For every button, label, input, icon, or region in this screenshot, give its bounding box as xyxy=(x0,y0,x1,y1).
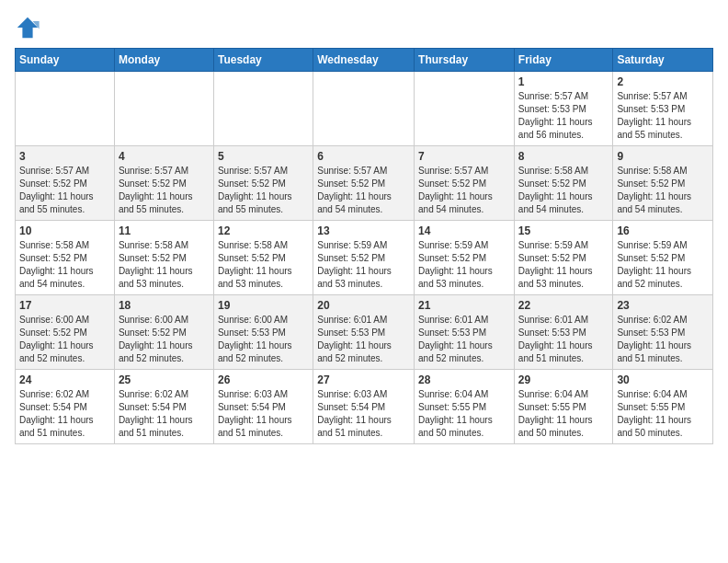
page: SundayMondayTuesdayWednesdayThursdayFrid… xyxy=(0,0,728,454)
calendar-empty xyxy=(313,72,415,146)
calendar-table: SundayMondayTuesdayWednesdayThursdayFrid… xyxy=(15,48,713,444)
day-info: Sunrise: 6:00 AM Sunset: 5:52 PM Dayligh… xyxy=(19,314,110,365)
day-info: Sunrise: 6:02 AM Sunset: 5:53 PM Dayligh… xyxy=(617,314,709,365)
calendar-empty xyxy=(16,72,115,146)
day-info: Sunrise: 5:57 AM Sunset: 5:52 PM Dayligh… xyxy=(119,165,210,216)
day-info: Sunrise: 6:02 AM Sunset: 5:54 PM Dayligh… xyxy=(19,388,110,440)
calendar-day-30: 30Sunrise: 6:04 AM Sunset: 5:55 PM Dayli… xyxy=(613,370,713,444)
day-number: 13 xyxy=(317,224,410,237)
day-info: Sunrise: 6:03 AM Sunset: 5:54 PM Dayligh… xyxy=(317,388,410,440)
day-info: Sunrise: 5:58 AM Sunset: 5:52 PM Dayligh… xyxy=(617,165,709,216)
day-info: Sunrise: 5:58 AM Sunset: 5:52 PM Dayligh… xyxy=(19,239,110,291)
calendar-day-9: 9Sunrise: 5:58 AM Sunset: 5:52 PM Daylig… xyxy=(613,146,713,221)
calendar-day-4: 4Sunrise: 5:57 AM Sunset: 5:52 PM Daylig… xyxy=(114,146,213,221)
calendar-day-5: 5Sunrise: 5:57 AM Sunset: 5:52 PM Daylig… xyxy=(213,146,313,221)
calendar-empty xyxy=(213,72,313,146)
calendar-day-17: 17Sunrise: 6:00 AM Sunset: 5:52 PM Dayli… xyxy=(16,295,115,370)
calendar-body: 1Sunrise: 5:57 AM Sunset: 5:53 PM Daylig… xyxy=(16,72,713,444)
day-number: 6 xyxy=(317,150,410,163)
day-info: Sunrise: 6:00 AM Sunset: 5:53 PM Dayligh… xyxy=(218,314,309,365)
calendar-day-20: 20Sunrise: 6:01 AM Sunset: 5:53 PM Dayli… xyxy=(313,295,415,370)
calendar-day-19: 19Sunrise: 6:00 AM Sunset: 5:53 PM Dayli… xyxy=(213,295,313,370)
weekday-header-tuesday: Tuesday xyxy=(213,49,313,72)
day-info: Sunrise: 5:57 AM Sunset: 5:53 PM Dayligh… xyxy=(617,90,709,142)
day-number: 3 xyxy=(19,150,110,163)
day-info: Sunrise: 5:57 AM Sunset: 5:52 PM Dayligh… xyxy=(218,165,309,216)
day-number: 25 xyxy=(119,373,210,386)
calendar-day-22: 22Sunrise: 6:01 AM Sunset: 5:53 PM Dayli… xyxy=(514,295,613,370)
day-number: 28 xyxy=(418,373,510,386)
day-number: 23 xyxy=(617,299,709,312)
day-info: Sunrise: 6:00 AM Sunset: 5:52 PM Dayligh… xyxy=(119,314,210,365)
day-number: 24 xyxy=(19,373,110,386)
calendar-day-24: 24Sunrise: 6:02 AM Sunset: 5:54 PM Dayli… xyxy=(16,370,115,444)
weekday-header-saturday: Saturday xyxy=(613,49,713,72)
day-number: 9 xyxy=(617,150,709,163)
calendar-week-row: 10Sunrise: 5:58 AM Sunset: 5:52 PM Dayli… xyxy=(16,221,713,295)
day-info: Sunrise: 5:58 AM Sunset: 5:52 PM Dayligh… xyxy=(518,165,609,216)
calendar-day-10: 10Sunrise: 5:58 AM Sunset: 5:52 PM Dayli… xyxy=(16,221,115,295)
weekday-row: SundayMondayTuesdayWednesdayThursdayFrid… xyxy=(16,49,713,72)
day-number: 30 xyxy=(617,373,709,386)
day-number: 10 xyxy=(19,224,110,237)
day-number: 27 xyxy=(317,373,410,386)
calendar-day-13: 13Sunrise: 5:59 AM Sunset: 5:52 PM Dayli… xyxy=(313,221,415,295)
weekday-header-sunday: Sunday xyxy=(16,49,115,72)
day-number: 21 xyxy=(418,299,510,312)
day-info: Sunrise: 5:59 AM Sunset: 5:52 PM Dayligh… xyxy=(617,239,709,291)
calendar-empty xyxy=(415,72,515,146)
calendar-day-8: 8Sunrise: 5:58 AM Sunset: 5:52 PM Daylig… xyxy=(514,146,613,221)
calendar-day-29: 29Sunrise: 6:04 AM Sunset: 5:55 PM Dayli… xyxy=(514,370,613,444)
calendar-day-14: 14Sunrise: 5:59 AM Sunset: 5:52 PM Dayli… xyxy=(415,221,515,295)
day-info: Sunrise: 5:57 AM Sunset: 5:52 PM Dayligh… xyxy=(418,165,510,216)
weekday-header-thursday: Thursday xyxy=(415,49,515,72)
calendar-day-6: 6Sunrise: 5:57 AM Sunset: 5:52 PM Daylig… xyxy=(313,146,415,221)
day-info: Sunrise: 5:59 AM Sunset: 5:52 PM Dayligh… xyxy=(418,239,510,291)
day-number: 15 xyxy=(518,224,609,237)
day-number: 2 xyxy=(617,75,709,88)
weekday-header-friday: Friday xyxy=(514,49,613,72)
day-info: Sunrise: 5:57 AM Sunset: 5:53 PM Dayligh… xyxy=(518,90,609,142)
day-number: 8 xyxy=(518,150,609,163)
calendar-day-3: 3Sunrise: 5:57 AM Sunset: 5:52 PM Daylig… xyxy=(16,146,115,221)
day-number: 16 xyxy=(617,224,709,237)
day-info: Sunrise: 6:01 AM Sunset: 5:53 PM Dayligh… xyxy=(317,314,410,365)
day-number: 4 xyxy=(119,150,210,163)
calendar-week-row: 3Sunrise: 5:57 AM Sunset: 5:52 PM Daylig… xyxy=(16,146,713,221)
header xyxy=(15,15,713,40)
day-number: 20 xyxy=(317,299,410,312)
day-info: Sunrise: 6:03 AM Sunset: 5:54 PM Dayligh… xyxy=(218,388,309,440)
day-number: 29 xyxy=(518,373,609,386)
day-info: Sunrise: 6:04 AM Sunset: 5:55 PM Dayligh… xyxy=(418,388,510,440)
day-number: 1 xyxy=(518,75,609,88)
weekday-header-monday: Monday xyxy=(114,49,213,72)
calendar-week-row: 24Sunrise: 6:02 AM Sunset: 5:54 PM Dayli… xyxy=(16,370,713,444)
day-number: 19 xyxy=(218,299,309,312)
day-info: Sunrise: 6:04 AM Sunset: 5:55 PM Dayligh… xyxy=(518,388,609,440)
day-info: Sunrise: 5:57 AM Sunset: 5:52 PM Dayligh… xyxy=(317,165,410,216)
calendar-day-25: 25Sunrise: 6:02 AM Sunset: 5:54 PM Dayli… xyxy=(114,370,213,444)
calendar-day-12: 12Sunrise: 5:58 AM Sunset: 5:52 PM Dayli… xyxy=(213,221,313,295)
calendar-week-row: 17Sunrise: 6:00 AM Sunset: 5:52 PM Dayli… xyxy=(16,295,713,370)
day-number: 26 xyxy=(218,373,309,386)
day-number: 14 xyxy=(418,224,510,237)
day-number: 12 xyxy=(218,224,309,237)
calendar-day-18: 18Sunrise: 6:00 AM Sunset: 5:52 PM Dayli… xyxy=(114,295,213,370)
day-info: Sunrise: 6:02 AM Sunset: 5:54 PM Dayligh… xyxy=(119,388,210,440)
day-number: 18 xyxy=(119,299,210,312)
day-number: 7 xyxy=(418,150,510,163)
calendar-empty xyxy=(114,72,213,146)
calendar-day-26: 26Sunrise: 6:03 AM Sunset: 5:54 PM Dayli… xyxy=(213,370,313,444)
calendar-day-21: 21Sunrise: 6:01 AM Sunset: 5:53 PM Dayli… xyxy=(415,295,515,370)
calendar-day-7: 7Sunrise: 5:57 AM Sunset: 5:52 PM Daylig… xyxy=(415,146,515,221)
svg-marker-0 xyxy=(17,17,38,38)
day-info: Sunrise: 5:58 AM Sunset: 5:52 PM Dayligh… xyxy=(218,239,309,291)
day-number: 22 xyxy=(518,299,609,312)
day-number: 5 xyxy=(218,150,309,163)
logo-icon xyxy=(15,15,40,40)
calendar-week-row: 1Sunrise: 5:57 AM Sunset: 5:53 PM Daylig… xyxy=(16,72,713,146)
calendar-day-15: 15Sunrise: 5:59 AM Sunset: 5:52 PM Dayli… xyxy=(514,221,613,295)
day-info: Sunrise: 5:57 AM Sunset: 5:52 PM Dayligh… xyxy=(19,165,110,216)
day-info: Sunrise: 6:01 AM Sunset: 5:53 PM Dayligh… xyxy=(418,314,510,365)
day-info: Sunrise: 6:01 AM Sunset: 5:53 PM Dayligh… xyxy=(518,314,609,365)
